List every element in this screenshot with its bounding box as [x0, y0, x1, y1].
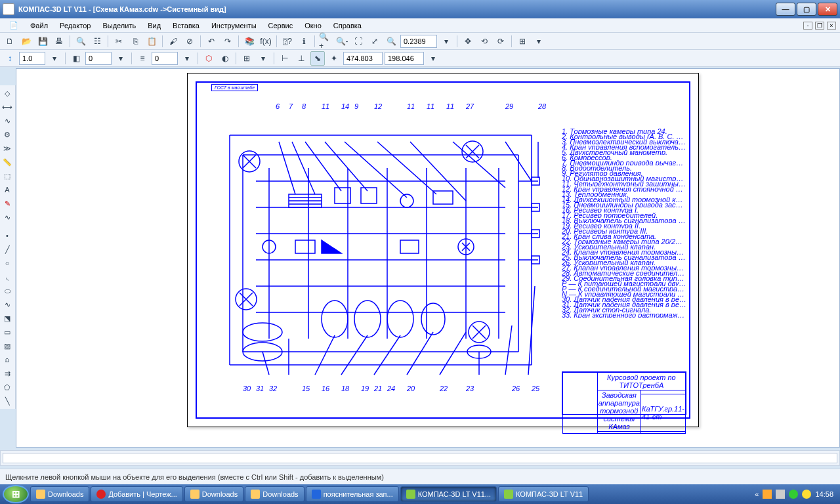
taskbar-item[interactable]: КОМПАС-3D LT V11 — [498, 486, 589, 502]
taskbar-item[interactable]: Downloads — [245, 486, 304, 502]
refresh-button[interactable]: ⟳ — [494, 34, 508, 49]
tray-clock[interactable]: 14:58 — [815, 490, 833, 498]
taskbar-item[interactable]: Downloads — [30, 486, 89, 502]
brush-button[interactable]: 🖌 — [166, 34, 180, 49]
layer-button[interactable]: ≡ — [135, 51, 150, 66]
zoom-window-button[interactable]: ⛶ — [351, 34, 366, 49]
measure-panel-button[interactable]: 📏 — [1, 156, 14, 169]
tray-shield-icon[interactable] — [763, 490, 772, 499]
style-dropdown[interactable]: ▾ — [114, 51, 128, 66]
rect-tool-button[interactable]: ▭ — [1, 326, 14, 339]
layer-input[interactable] — [152, 52, 178, 65]
style-input[interactable] — [85, 52, 112, 65]
menu-insert[interactable]: Вставка — [167, 20, 205, 31]
mdi-minimize-button[interactable]: - — [803, 22, 812, 30]
mdi-close-button[interactable]: × — [827, 22, 836, 30]
cursor-mode-button[interactable]: ↕ — [3, 51, 17, 66]
spec-panel-button[interactable]: ✎ — [1, 197, 14, 210]
minimize-button[interactable]: — — [776, 3, 795, 16]
open-button[interactable]: 📂 — [19, 34, 33, 49]
ortho-h-button[interactable]: ⊢ — [278, 51, 292, 66]
rotate-button[interactable]: ⟲ — [477, 34, 492, 49]
hatch-tool-button[interactable]: ▨ — [1, 339, 14, 352]
mdi-restore-button[interactable]: ❐ — [815, 22, 824, 30]
arc-tool-button[interactable]: ◟ — [1, 270, 14, 284]
windows-button[interactable]: ⊞ — [515, 34, 530, 49]
menu-service[interactable]: Сервис — [263, 20, 299, 31]
style-button[interactable]: ◧ — [69, 51, 83, 66]
command-input[interactable] — [3, 453, 837, 463]
pan-button[interactable]: ✥ — [461, 34, 475, 49]
tray-volume-icon[interactable] — [776, 490, 785, 499]
edit-panel-button[interactable]: ⚙ — [1, 128, 14, 141]
help-context-button[interactable]: ⍰? — [280, 34, 295, 49]
properties-button[interactable]: ☷ — [90, 34, 104, 49]
ortho-v-button[interactable]: ⊥ — [294, 51, 308, 66]
menu-window[interactable]: Окно — [299, 20, 327, 31]
info-button[interactable]: ℹ — [297, 34, 311, 49]
select-panel-button[interactable]: ⬚ — [1, 169, 14, 182]
fx-button[interactable]: f(x) — [259, 34, 273, 49]
new-button[interactable]: 🗋 — [3, 34, 17, 49]
polyline-tool-button[interactable]: ⩍ — [1, 353, 14, 366]
paste-button[interactable]: 📋 — [144, 34, 159, 49]
menu-help[interactable]: Справка — [328, 20, 367, 31]
coord-x-input[interactable] — [343, 52, 383, 65]
contour-tool-button[interactable]: ⬠ — [1, 381, 14, 394]
cut-button[interactable]: ✂ — [112, 34, 126, 49]
coord-y-input[interactable] — [385, 52, 424, 65]
linewidth-dropdown[interactable]: ▾ — [47, 51, 62, 66]
snap-endpoint-icon[interactable]: ◐ — [218, 51, 232, 66]
print-button[interactable]: 🖶 — [52, 34, 66, 49]
layer-dropdown[interactable]: ▾ — [180, 51, 194, 66]
text-panel-button[interactable]: A — [1, 183, 14, 196]
ortho-button[interactable]: ⬊ — [310, 51, 325, 66]
system-tray[interactable]: « 14:58 — [751, 490, 837, 499]
undo-button[interactable]: ↶ — [204, 34, 219, 49]
grid-button[interactable]: ⊞ — [240, 51, 254, 66]
taskbar-item[interactable]: Downloads — [184, 486, 243, 502]
circle-tool-button[interactable]: ○ — [1, 257, 14, 270]
library-button[interactable]: 📚 — [242, 34, 257, 49]
aux-line-tool-button[interactable]: ╲ — [1, 394, 14, 408]
maximize-button[interactable]: ▢ — [797, 3, 816, 16]
start-button[interactable]: ⊞ — [3, 485, 29, 503]
copy-button[interactable]: ⎘ — [128, 34, 142, 49]
zoom-in-button[interactable]: 🔍+ — [318, 34, 333, 49]
more-button[interactable]: ▾ — [532, 34, 546, 49]
offset-tool-button[interactable]: ⇉ — [1, 367, 14, 380]
zoom-dropdown-button[interactable]: ▾ — [439, 34, 453, 49]
save-button[interactable]: 💾 — [35, 34, 50, 49]
snap-magnet-icon[interactable]: ⬡ — [201, 51, 216, 66]
param-panel-button[interactable]: ≫ — [1, 142, 14, 155]
dimension-panel-button[interactable]: ⟷ — [1, 100, 14, 114]
geometry-panel-button[interactable]: ◇ — [1, 87, 14, 100]
curve-tool-button[interactable]: ∿ — [1, 298, 14, 311]
point-tool-button[interactable]: • — [1, 229, 14, 242]
drawing-area[interactable]: ГОСТ в масштабе 678 11149 121111 112729 … — [16, 68, 840, 448]
spline-button[interactable]: ∿ — [1, 211, 14, 224]
cancel-button[interactable]: ⊘ — [182, 34, 197, 49]
app-menu-icon[interactable]: 📄 — [4, 20, 24, 31]
taskbar-item-active[interactable]: КОМПАС-3D LT V11... — [400, 486, 497, 502]
local-cs-button[interactable]: ✦ — [327, 51, 341, 66]
zoom-fit-button[interactable]: ⤢ — [368, 34, 382, 49]
tray-chevron-icon[interactable]: « — [755, 490, 759, 498]
redo-button[interactable]: ↷ — [220, 34, 235, 49]
menu-tools[interactable]: Инструменты — [206, 20, 262, 31]
line-tool-button[interactable]: ╱ — [1, 243, 14, 256]
linewidth-input[interactable] — [19, 52, 45, 65]
menu-select[interactable]: Выделить — [97, 20, 141, 31]
ellipse-tool-button[interactable]: ⬭ — [1, 284, 14, 297]
tray-network-icon[interactable] — [802, 490, 811, 499]
zoom-input[interactable] — [400, 35, 437, 48]
preview-button[interactable]: 🔍 — [74, 34, 88, 49]
menu-file[interactable]: Файл — [25, 20, 53, 31]
zoom-scale-button[interactable]: 🔍 — [384, 34, 398, 49]
chamfer-tool-button[interactable]: ⬔ — [1, 312, 14, 325]
coord-dropdown[interactable]: ▾ — [426, 51, 440, 66]
taskbar-item[interactable]: Добавить | Чертеж... — [91, 486, 182, 502]
menu-edit[interactable]: Редактор — [54, 20, 96, 31]
menu-view[interactable]: Вид — [142, 20, 166, 31]
notation-panel-button[interactable]: ∿ — [1, 114, 14, 127]
